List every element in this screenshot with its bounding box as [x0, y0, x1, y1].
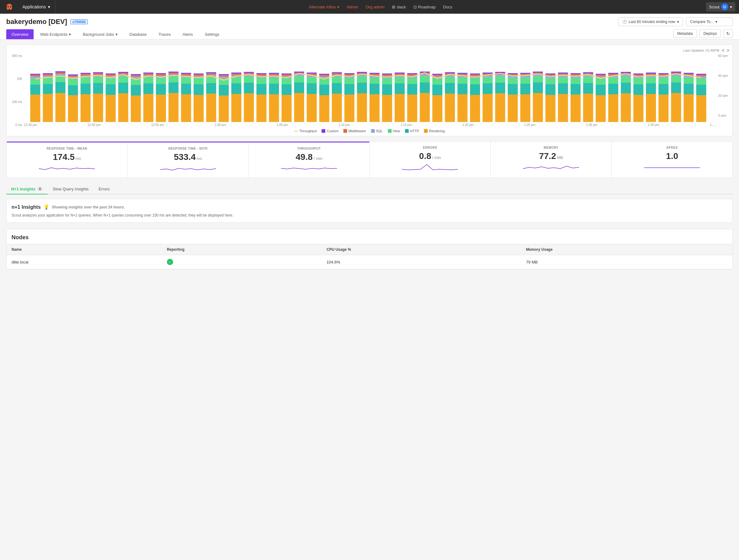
- svg-rect-101: [520, 84, 530, 94]
- svg-rect-33: [344, 95, 354, 122]
- tab-errors[interactable]: Errors: [94, 184, 115, 194]
- svg-rect-289: [168, 71, 178, 73]
- page-title: bakerydemo [DEV]: [6, 18, 67, 26]
- tab-overview[interactable]: Overview: [6, 29, 34, 39]
- tab-background-jobs[interactable]: Background Jobs ▾: [78, 29, 123, 39]
- svg-rect-238: [206, 73, 216, 75]
- x-label-105: 1:05 pm: [277, 123, 288, 127]
- svg-rect-8: [30, 95, 40, 122]
- nodes-table-header: Name Reporting CPU Usage % Memory Usage: [7, 244, 732, 255]
- tab-alerts[interactable]: Alerts: [177, 29, 198, 39]
- svg-rect-141: [344, 78, 354, 84]
- applications-dropdown[interactable]: Applications ▾: [17, 0, 55, 14]
- svg-rect-292: [206, 72, 216, 73]
- svg-rect-319: [545, 73, 555, 75]
- svg-rect-84: [307, 83, 317, 94]
- svg-rect-65: [68, 85, 78, 95]
- tab-bar-container: Overview Web Endpoints ▾ Background Jobs…: [6, 29, 733, 39]
- svg-rect-225: [43, 74, 53, 76]
- bulb-icon: 💡: [43, 204, 49, 210]
- svg-rect-14: [106, 95, 116, 122]
- svg-rect-10: [55, 93, 65, 122]
- svg-rect-15: [118, 94, 128, 122]
- page-header-top: bakerydemo [DEV] e700565 🕐 Last 60 minut…: [6, 17, 733, 26]
- insights-title-area: n+1 Insights 💡 Showing insights over the…: [11, 204, 728, 210]
- roadmap-link[interactable]: ⊡ Roadmap: [413, 5, 436, 9]
- svg-rect-320: [558, 72, 568, 74]
- tab-n1-insights[interactable]: N+1 Insights 0: [6, 184, 48, 194]
- chart-prev-button[interactable]: <: [722, 48, 724, 53]
- svg-rect-67: [93, 83, 103, 94]
- svg-rect-75: [194, 84, 203, 95]
- node-memory: 79 MB: [521, 255, 732, 269]
- tab-background-jobs-label: Background Jobs: [83, 32, 114, 37]
- docs-link[interactable]: Docs: [443, 5, 452, 9]
- svg-rect-105: [571, 84, 581, 95]
- tab-database-label: Database: [130, 32, 147, 37]
- svg-rect-63: [43, 84, 53, 94]
- svg-rect-133: [244, 76, 254, 83]
- x-label-120: 1:20 pm: [462, 123, 473, 127]
- tab-web-endpoints[interactable]: Web Endpoints ▾: [35, 29, 76, 39]
- svg-rect-37: [395, 94, 405, 122]
- svg-rect-304: [357, 72, 367, 73]
- svg-rect-259: [470, 75, 480, 76]
- svg-rect-239: [219, 75, 229, 77]
- svg-rect-298: [281, 73, 291, 75]
- svg-rect-127: [168, 76, 178, 82]
- svg-rect-25: [244, 94, 254, 122]
- col-reporting: Reporting: [162, 244, 322, 255]
- scout-chevron-icon: ▾: [730, 5, 732, 9]
- tab-slow-query[interactable]: Slow Query Insights: [48, 184, 94, 194]
- svg-rect-49: [545, 95, 555, 122]
- tab-settings[interactable]: Settings: [199, 29, 225, 39]
- svg-rect-247: [319, 75, 329, 76]
- scout-avatar: U: [721, 3, 728, 10]
- org-admin-link[interactable]: Org admin: [366, 5, 385, 9]
- page-title-area: bakerydemo [DEV] e700565: [6, 18, 88, 26]
- svg-rect-303: [344, 73, 354, 74]
- svg-rect-95: [445, 83, 455, 94]
- node-cpu: 104.6%: [322, 255, 521, 269]
- svg-rect-55: [621, 94, 631, 122]
- svg-rect-104: [558, 83, 568, 94]
- svg-rect-311: [445, 72, 455, 73]
- svg-rect-235: [168, 73, 178, 74]
- svg-rect-51: [571, 95, 581, 122]
- svg-rect-313: [470, 73, 480, 75]
- svg-rect-155: [520, 77, 530, 84]
- web-endpoints-chevron-icon: ▾: [69, 32, 71, 37]
- compare-button[interactable]: Compare To... ▾: [686, 17, 733, 26]
- svg-rect-327: [646, 72, 656, 74]
- svg-rect-329: [671, 71, 681, 73]
- tab-traces[interactable]: Traces: [153, 29, 176, 39]
- metric-errors: ERRORS 0.8 / min: [370, 142, 490, 178]
- scout-button[interactable]: Scout U ▾: [706, 2, 735, 11]
- svg-rect-164: [633, 78, 643, 84]
- top-navigation: Applications ▾ Alternate Influx ▾ Admin …: [0, 0, 739, 14]
- svg-rect-24: [231, 94, 241, 122]
- metric-throughput-value: 49.8 / min: [254, 152, 364, 162]
- x-label-125: 1:25 pm: [524, 123, 536, 127]
- tab-settings-label: Settings: [205, 32, 219, 37]
- alternate-influx-link[interactable]: Alternate Influx ▾: [309, 5, 339, 9]
- chart-next-button[interactable]: >: [727, 48, 729, 53]
- refresh-button[interactable]: ↻: [723, 29, 733, 38]
- svg-rect-146: [407, 78, 417, 84]
- slack-link[interactable]: ⊞ slack: [392, 5, 406, 9]
- compare-chevron-icon: ▾: [715, 20, 717, 24]
- app-badge[interactable]: e700565: [70, 19, 88, 24]
- tab-database[interactable]: Database: [124, 29, 152, 39]
- time-range-button[interactable]: 🕐 Last 60 minutes ending now ▾: [618, 17, 683, 26]
- svg-rect-115: [696, 84, 706, 95]
- nodes-section: Nodes Name Reporting CPU Usage % Memory …: [6, 229, 733, 269]
- admin-link[interactable]: Admin: [347, 5, 358, 9]
- svg-rect-269: [596, 75, 606, 76]
- last-updated-label: Last Updated: 01:46PM: [683, 48, 719, 52]
- svg-rect-316: [508, 73, 518, 74]
- svg-rect-282: [81, 73, 91, 74]
- deploys-button[interactable]: Deploys: [700, 29, 721, 38]
- y-label-200: 200: [10, 77, 22, 80]
- metadata-button[interactable]: Metadata: [673, 29, 697, 38]
- legend-view: View: [388, 129, 400, 133]
